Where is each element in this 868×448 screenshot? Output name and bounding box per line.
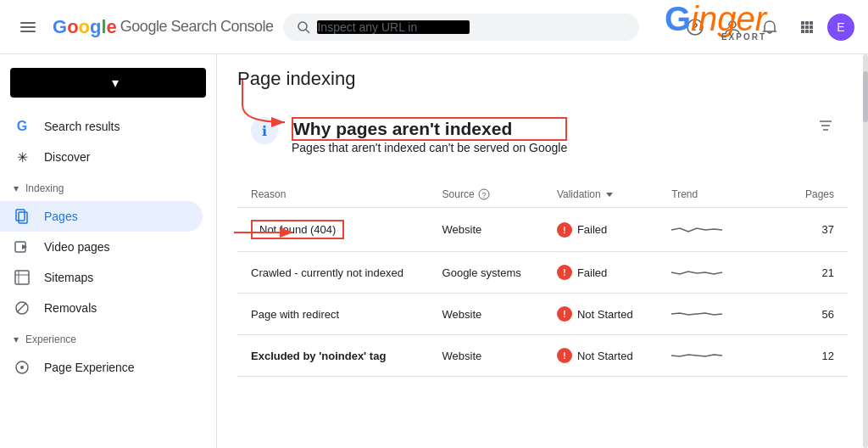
apps-icon-btn[interactable] — [790, 10, 824, 44]
col-reason: Reason — [251, 188, 442, 200]
svg-rect-15 — [805, 30, 809, 33]
table-row[interactable]: Crawled - currently not indexed Google s… — [237, 252, 848, 294]
validation-status: Not Started — [577, 350, 633, 362]
col-pages: Pages — [787, 188, 834, 200]
validation-icon: ! — [557, 348, 572, 363]
property-selector[interactable]: ████████████████ ▾ — [10, 68, 206, 98]
reason-cell: Excluded by 'noindex' tag — [251, 350, 442, 362]
page-experience-icon — [14, 359, 31, 376]
svg-rect-0 — [20, 22, 36, 24]
svg-rect-8 — [801, 21, 804, 25]
main-content: Page indexing ℹ Why pages aren't indexed… — [217, 54, 868, 448]
sidebar-item-video-pages[interactable]: Video pages — [0, 232, 203, 262]
chevron-down-icon: ▾ — [14, 182, 19, 194]
avatar[interactable]: E — [827, 14, 854, 41]
property-value: ████████████████ — [20, 76, 105, 89]
validation-icon: ! — [557, 306, 572, 322]
discover-icon: ✳ — [14, 148, 31, 165]
trend-cell — [671, 264, 786, 281]
table-row[interactable]: Page with redirect Website ! Not Started… — [237, 294, 848, 335]
svg-rect-21 — [15, 271, 29, 284]
scrollbar-track[interactable] — [863, 54, 868, 448]
svg-marker-20 — [22, 244, 27, 249]
sitemaps-icon — [14, 269, 31, 286]
indexing-section-header[interactable]: ▾ Indexing — [0, 176, 216, 201]
filter-icon[interactable] — [817, 117, 834, 138]
source-cell: Website — [442, 308, 557, 321]
validation-icon: ! — [557, 265, 572, 280]
sidebar-item-page-experience[interactable]: Page Experience — [0, 352, 203, 383]
source-cell: Google systems — [442, 266, 557, 279]
sidebar-item-search-results[interactable]: G Search results — [0, 111, 203, 142]
top-bar: Google Google Search Console Ginger EXPO… — [0, 0, 868, 54]
sidebar-item-label: Video pages — [44, 240, 110, 254]
svg-point-3 — [298, 22, 307, 31]
google-logo: Google — [53, 16, 117, 38]
trend-chart — [671, 221, 722, 238]
chevron-down-icon: ▾ — [112, 75, 197, 91]
sidebar-item-pages[interactable]: Pages — [0, 201, 203, 232]
pages-count: 12 — [787, 350, 834, 362]
app-container: Google Google Search Console Ginger EXPO… — [0, 0, 868, 448]
svg-rect-2 — [20, 31, 36, 32]
sidebar-item-label: Discover — [44, 150, 90, 164]
search-bar[interactable] — [283, 14, 639, 41]
experience-section-header[interactable]: ▾ Experience — [0, 327, 216, 352]
trend-chart — [671, 347, 722, 364]
info-text: Why pages aren't indexed Pages that aren… — [292, 117, 567, 154]
svg-rect-11 — [801, 25, 804, 29]
validation-status: Failed — [577, 266, 607, 279]
pages-icon — [14, 208, 31, 225]
chevron-down-icon: ▾ — [14, 333, 19, 345]
info-icon: ℹ — [251, 117, 278, 144]
apps-icon — [798, 19, 815, 36]
validation-cell: ! Failed — [557, 222, 671, 238]
svg-rect-1 — [20, 26, 36, 28]
col-source: Source ? — [442, 188, 557, 200]
source-cell: Website — [442, 223, 557, 236]
section-label: Indexing — [25, 182, 64, 194]
removals-icon — [14, 300, 31, 316]
source-cell: Website — [442, 350, 557, 362]
help-icon: ? — [478, 188, 490, 200]
svg-point-27 — [20, 366, 24, 369]
sidebar-item-label: Removals — [44, 301, 97, 315]
col-validation[interactable]: Validation — [557, 188, 671, 200]
svg-rect-12 — [805, 25, 809, 29]
search-icon — [297, 20, 310, 34]
sidebar-item-discover[interactable]: ✳ Discover — [0, 142, 203, 172]
reason-label: Not found (404) — [251, 220, 344, 239]
indexing-section: ▾ Indexing Pages Video pages — [0, 176, 216, 323]
svg-line-4 — [306, 30, 309, 33]
menu-icon[interactable] — [14, 13, 42, 42]
trend-cell — [671, 347, 786, 364]
sidebar-item-label: Pages — [44, 210, 78, 223]
reason-cell: Not found (404) — [251, 220, 442, 239]
logo-area: Google Google Search Console — [53, 16, 273, 38]
validation-status: Not Started — [577, 308, 633, 321]
validation-cell: ! Failed — [557, 265, 671, 280]
svg-rect-16 — [810, 30, 813, 33]
sidebar-item-removals[interactable]: Removals — [0, 293, 203, 323]
table-row[interactable]: Excluded by 'noindex' tag Website ! Not … — [237, 335, 848, 377]
sidebar-item-label: Page Experience — [44, 361, 135, 374]
trend-cell — [671, 221, 786, 238]
scrollbar-thumb[interactable] — [863, 71, 868, 122]
ginger-logo-area: Ginger — [665, 2, 766, 36]
sidebar: ████████████████ ▾ G Search results ✳ Di… — [0, 54, 217, 448]
url-inspect-input[interactable] — [317, 20, 470, 34]
sidebar-item-sitemaps[interactable]: Sitemaps — [0, 262, 203, 293]
google-g-icon: G — [14, 118, 31, 135]
pages-count: 56 — [787, 308, 834, 321]
table-header: Reason Source ? Validation Trend Pages — [237, 182, 848, 208]
svg-rect-10 — [810, 21, 813, 25]
svg-line-25 — [17, 303, 26, 312]
info-title: Why pages aren't indexed — [292, 117, 567, 141]
validation-status: Failed — [577, 223, 607, 236]
pages-count: 21 — [787, 266, 834, 279]
info-box: ℹ Why pages aren't indexed Pages that ar… — [237, 104, 848, 168]
svg-rect-18 — [19, 212, 27, 223]
ginger-branding: Ginger EXPORT — [665, 2, 766, 42]
table-row[interactable]: Not found (404) Website ! Failed 37 — [237, 208, 848, 252]
svg-rect-17 — [16, 210, 25, 221]
